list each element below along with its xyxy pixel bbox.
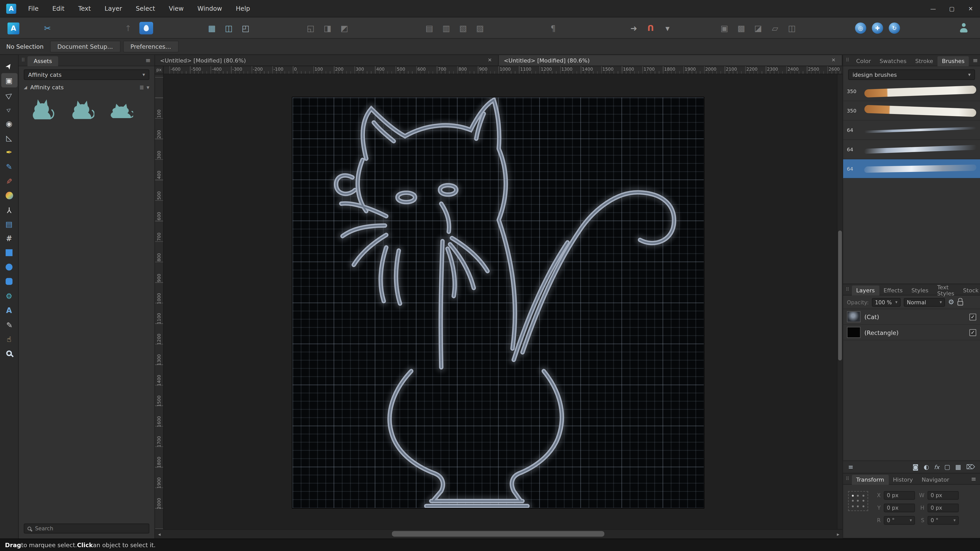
tab-close-icon[interactable]: ✕ [487, 57, 493, 63]
panel-grip-icon[interactable]: ⠿ [19, 57, 27, 63]
document-tab-2[interactable]: <Untitled> [Modified] (80.6%)✕ [499, 55, 842, 66]
panel-menu-icon[interactable]: ≡ [969, 57, 980, 64]
asset-cat-sitting[interactable] [65, 97, 97, 124]
snapping-magnet-icon[interactable]: U [645, 21, 656, 35]
zoom-view-icon[interactable]: ◎ [855, 22, 866, 34]
snap-bounds-icon[interactable]: ◨ [322, 21, 333, 35]
vertical-scrollbar-thumb[interactable] [838, 230, 842, 360]
menu-view[interactable]: View [162, 0, 191, 17]
color-picker-tool[interactable]: ✐ [1, 318, 18, 332]
assets-section-header[interactable]: ◢ Affinity cats ≣ ▾ [19, 82, 154, 93]
blend-mode-dropdown[interactable]: Normal ▾ [904, 298, 945, 306]
menu-edit[interactable]: Edit [45, 0, 71, 17]
artboard-tool[interactable]: ▣ [1, 73, 18, 87]
tab-close-icon[interactable]: ✕ [830, 57, 837, 63]
collapse-triangle-icon[interactable]: ◢ [24, 85, 27, 90]
node-tool[interactable]: ▷ [1, 87, 18, 102]
vector-brush-tool[interactable]: ✎ [1, 174, 18, 188]
panel-menu-icon[interactable]: ≡ [142, 57, 154, 64]
designer-persona-icon[interactable]: A [7, 22, 19, 34]
ellipse-tool[interactable] [1, 260, 18, 274]
new-layer-icon[interactable]: ▢ [944, 464, 950, 470]
vector-crop-tool[interactable]: # [1, 231, 18, 245]
pencil-tool[interactable]: ✎ [1, 159, 18, 173]
layer-row-cat[interactable]: (Cat)✓ [843, 309, 980, 325]
place-image-tool[interactable]: ▤ [1, 217, 18, 231]
snapping-options-chevron[interactable]: ▾ [662, 21, 673, 35]
menu-select[interactable]: Select [129, 0, 162, 17]
mask-icon[interactable]: ◙ [913, 464, 919, 470]
align-center-icon[interactable]: ▥ [441, 21, 452, 35]
grid-toggle-icon[interactable] [611, 24, 622, 32]
zoom-tool[interactable] [1, 346, 18, 360]
tab-history[interactable]: History [889, 475, 918, 484]
tab-transform[interactable]: Transform [852, 475, 889, 484]
brush-item-1[interactable]: 350 [843, 82, 980, 101]
layer-visibility-checkbox[interactable]: ✓ [969, 313, 976, 320]
opacity-dropdown[interactable]: 100 % ▾ [872, 298, 900, 306]
tab-layers[interactable]: Layers [852, 285, 879, 295]
corner-tool[interactable]: ◺ [1, 130, 18, 145]
brush-item-2[interactable]: 350 [843, 101, 980, 121]
move-backward-icon[interactable]: ◪ [752, 21, 764, 35]
panel-grip-icon[interactable]: ⠿ [843, 476, 852, 482]
menu-window[interactable]: Window [191, 0, 229, 17]
assets-search[interactable] [24, 524, 149, 534]
new-pixel-layer-icon[interactable]: ▦ [955, 464, 961, 470]
color-drop-button[interactable] [139, 22, 153, 35]
artistic-text-tool[interactable]: A [1, 303, 18, 318]
layer-visibility-checkbox[interactable]: ✓ [969, 329, 976, 336]
scroll-right-arrow[interactable]: ▸ [834, 531, 842, 537]
arrow-up-icon[interactable]: ↑ [123, 21, 134, 35]
fx-icon[interactable]: fx [934, 464, 939, 470]
distribute-icon[interactable]: ▨ [474, 21, 486, 35]
align-right-icon[interactable]: ▧ [458, 21, 469, 35]
point-transform-tool[interactable]: ◉ [1, 116, 18, 130]
move-to-back-icon[interactable]: ▱ [770, 21, 781, 35]
transparency-tool[interactable]: Y [1, 202, 18, 217]
rounded-rectangle-tool[interactable] [1, 274, 18, 289]
anchor-point-selector[interactable] [848, 491, 868, 511]
paragraph-icon[interactable]: ¶ [547, 21, 558, 35]
tab-stock[interactable]: Stock [959, 285, 980, 295]
marquee-grid-icon[interactable]: ▦ [206, 21, 218, 35]
account-person-icon[interactable] [959, 22, 970, 34]
transform-field-w[interactable]: 0 px [928, 491, 959, 500]
contour-tool[interactable]: ▹ [1, 102, 18, 116]
panel-grip-icon[interactable]: ⠿ [843, 57, 852, 63]
menu-text[interactable]: Text [71, 0, 97, 17]
export-persona-icon[interactable]: ✂ [42, 21, 53, 35]
layer-row-rectangle[interactable]: (Rectangle)✓ [843, 325, 980, 340]
brush-category-dropdown[interactable]: idesign brushes ▾ [848, 69, 975, 80]
transform-field-x[interactable]: 0 px [884, 491, 915, 500]
tab-color[interactable]: Color [852, 56, 875, 66]
layer-settings-gear-icon[interactable]: ⚙ [948, 298, 954, 306]
adjustment-icon[interactable]: ◐ [924, 464, 929, 470]
rotate-view-icon[interactable]: ↻ [889, 22, 900, 34]
transform-field-h[interactable]: 0 px [928, 503, 959, 512]
search-input[interactable] [34, 525, 145, 532]
layers-stack-icon[interactable]: ≡ [848, 464, 853, 470]
transform-field-r[interactable]: 0 °▾ [884, 516, 915, 525]
document-page[interactable] [293, 97, 703, 508]
snap-grid-icon[interactable]: ◱ [305, 21, 316, 35]
minimize-button[interactable]: — [924, 0, 942, 17]
marquee-select-icon[interactable]: ◫ [223, 21, 234, 35]
close-button[interactable]: ✕ [961, 0, 980, 17]
scroll-left-arrow[interactable]: ◂ [155, 531, 164, 537]
assets-list-icon[interactable]: ≣ [139, 84, 144, 91]
menu-help[interactable]: Help [229, 0, 257, 17]
pixel-persona-icon[interactable] [25, 24, 36, 32]
move-to-front-icon[interactable]: ▣ [719, 21, 730, 35]
menu-layer[interactable]: Layer [98, 0, 129, 17]
brush-item-5[interactable]: 64 [843, 159, 980, 179]
ruler-unit[interactable]: px [155, 66, 164, 74]
tab-assets[interactable]: Assets [27, 56, 58, 66]
maximize-button[interactable]: ▢ [942, 0, 961, 17]
move-by-whole-pixels-icon[interactable]: ➜ [628, 21, 639, 35]
transform-select-icon[interactable]: ◰ [240, 21, 251, 35]
vertical-scrollbar[interactable] [837, 74, 842, 529]
pen-tool[interactable]: ✒ [1, 145, 18, 159]
cog-tool[interactable]: ⚙ [1, 289, 18, 303]
transform-field-s[interactable]: 0 °▾ [928, 516, 959, 525]
